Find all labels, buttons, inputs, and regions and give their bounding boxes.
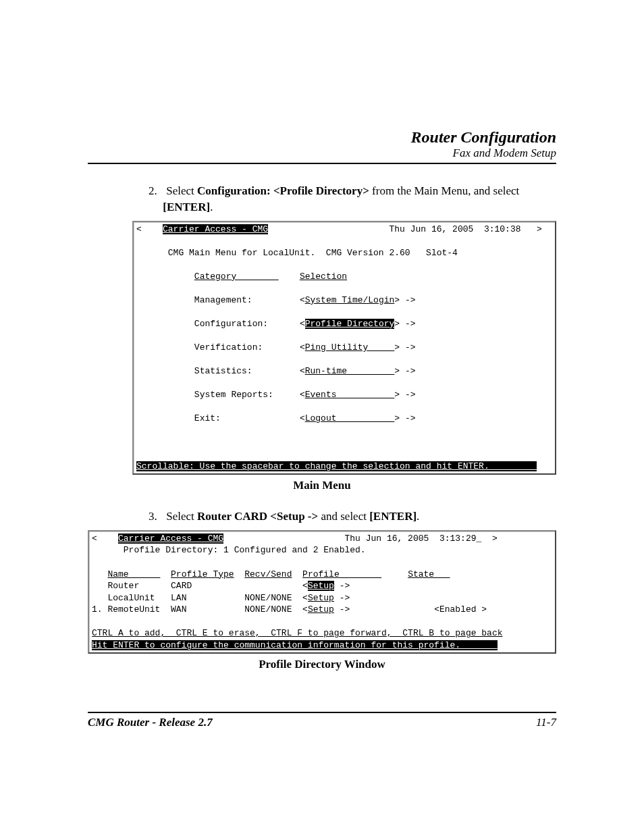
- menu-row-reports: System Reports: <Events > ->: [136, 389, 552, 401]
- page-header: Router Configuration Fax and Modem Setup: [88, 128, 556, 160]
- step-2: 2. Select Configuration: <Profile Direct…: [149, 183, 556, 215]
- menu-row-configuration: Configuration: <Profile Directory> ->: [136, 318, 552, 330]
- footer-left: CMG Router - Release 2.7: [88, 716, 213, 729]
- profile-row-localunit: LocalUnit LAN NONE/NONE <Setup ->: [92, 592, 552, 604]
- term-footer-bar: Scrollable: Use the spacebar to change t…: [136, 461, 537, 471]
- page-footer: CMG Router - Release 2.7 11-7: [88, 716, 556, 729]
- menu-row-management: Management: <System Time/Login> ->: [136, 294, 552, 307]
- term-footer-1: CTRL A to add, CTRL E to erase, CTRL F t…: [92, 628, 503, 638]
- step-number: 2.: [149, 183, 163, 199]
- header-subtitle: Fax and Modem Setup: [88, 147, 556, 160]
- step-text: Select Configuration: <Profile Directory…: [149, 184, 519, 213]
- step-3: 3. Select Router CARD <Setup -> and sele…: [149, 509, 556, 525]
- menu-row-statistics: Statistics: <Run-time > ->: [136, 365, 552, 377]
- header-rule: [88, 163, 556, 164]
- term-title: Carrier Access - CMG: [163, 224, 268, 234]
- header-title: Router Configuration: [88, 128, 556, 147]
- term-footer-2: Hit ENTER to configure the communication…: [92, 640, 498, 650]
- caption-main-menu: Main Menu: [88, 479, 556, 492]
- footer-page-number: 11-7: [536, 716, 556, 729]
- terminal-profile-directory: < Carrier Access - CMG Thu Jun 16, 2005 …: [88, 530, 556, 654]
- term-title: Carrier Access - CMG: [118, 533, 223, 544]
- step-text: Select Router CARD <Setup -> and select …: [166, 510, 419, 523]
- step-number: 3.: [149, 509, 163, 525]
- profile-row-router: Router CARD <Setup ->: [92, 580, 552, 592]
- menu-row-verification: Verification: <Ping Utility > ->: [136, 342, 552, 354]
- footer-rule: [88, 712, 556, 713]
- caption-profile-directory: Profile Directory Window: [88, 658, 556, 671]
- profile-row-remoteunit: 1. RemoteUnit WAN NONE/NONE <Setup -> <E…: [92, 604, 552, 616]
- menu-row-exit: Exit: <Logout > ->: [136, 413, 552, 425]
- terminal-main-menu: < Carrier Access - CMG Thu Jun 16, 2005 …: [132, 221, 556, 475]
